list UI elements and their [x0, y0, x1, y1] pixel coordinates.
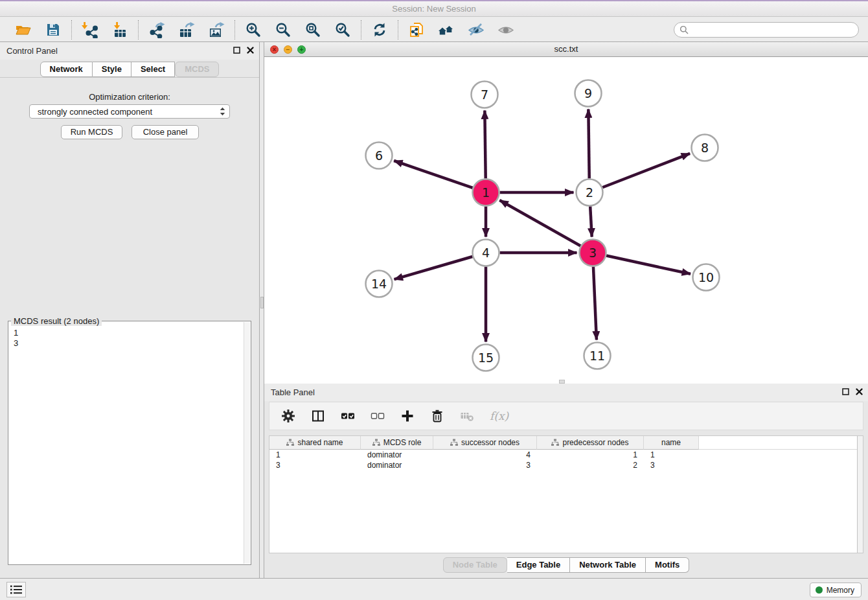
export-table-icon[interactable] [178, 21, 195, 38]
table-body: 1dominator4113dominator323 [269, 450, 863, 470]
table-cell[interactable]: 1 [269, 450, 361, 460]
graph-edge-1-6[interactable] [394, 161, 473, 188]
close-panel-icon[interactable] [247, 46, 254, 56]
graph-edge-4-14[interactable] [394, 257, 473, 279]
main-toolbar [0, 17, 868, 42]
export-image-icon[interactable] [208, 21, 225, 38]
graph-node-3[interactable]: 3 [580, 240, 606, 266]
graph-node-15[interactable]: 15 [473, 345, 499, 371]
graph-edge-2-9[interactable] [588, 109, 589, 178]
table-cell[interactable]: 3 [644, 460, 699, 470]
table-tab-network-table[interactable]: Network Table [570, 557, 646, 573]
zoom-out-icon[interactable] [275, 21, 291, 38]
control-panel: Control Panel NetworkStyleSelectMCDS Opt… [0, 42, 259, 578]
add-column-icon[interactable] [400, 409, 415, 423]
column-header-name[interactable]: name [644, 436, 699, 450]
table-tab-motifs[interactable]: Motifs [646, 557, 689, 573]
column-header-successor-nodes[interactable]: successor nodes [433, 436, 537, 450]
tab-select[interactable]: Select [131, 62, 175, 77]
open-session-icon[interactable] [15, 21, 32, 38]
table-cell[interactable]: 2 [537, 460, 644, 470]
tab-style[interactable]: Style [93, 62, 131, 77]
splitter-grip[interactable] [260, 297, 264, 308]
optimization-criterion-label: Optimization criterion: [0, 92, 259, 102]
control-panel-header: Control Panel [0, 42, 259, 60]
deselect-all-columns-icon[interactable] [371, 409, 385, 423]
column-header-predecessor-nodes[interactable]: predecessor nodes [537, 436, 644, 450]
table-cell[interactable]: dominator [361, 450, 433, 460]
refresh-view-icon[interactable] [371, 21, 388, 38]
node-label: 10 [698, 270, 714, 284]
zoom-in-icon[interactable] [245, 21, 262, 38]
import-table-icon[interactable] [111, 21, 128, 38]
result-scrollbar[interactable] [244, 322, 250, 564]
optimization-dropdown[interactable]: strongly connected component [29, 104, 230, 119]
export-network-icon[interactable] [148, 21, 165, 38]
graph-node-8[interactable]: 8 [692, 135, 718, 161]
node-label: 4 [482, 246, 490, 260]
graph-edge-3-10[interactable] [606, 256, 691, 274]
graph-node-11[interactable]: 11 [584, 343, 611, 369]
graph-node-7[interactable]: 7 [472, 82, 498, 108]
new-network-from-selection-icon[interactable] [408, 21, 425, 38]
graph-node-14[interactable]: 14 [366, 271, 393, 297]
show-all-icon[interactable] [497, 21, 514, 38]
save-session-icon[interactable] [45, 21, 62, 38]
tab-network[interactable]: Network [40, 62, 93, 77]
graph-node-4[interactable]: 4 [473, 240, 499, 266]
network-canvas[interactable]: 7968124314101511 [264, 57, 868, 384]
minimize-window-button[interactable]: − [284, 45, 292, 54]
mcds-result-title: MCDS result (2 nodes) [11, 316, 102, 326]
search-input[interactable] [689, 25, 858, 35]
split-view-icon[interactable] [311, 409, 325, 423]
run-mcds-button[interactable]: Run MCDS [61, 125, 122, 139]
table-cell[interactable]: dominator [361, 460, 433, 470]
close-panel-icon[interactable] [856, 387, 863, 397]
node-label: 15 [478, 351, 494, 365]
float-panel-icon[interactable] [842, 387, 849, 397]
select-all-columns-icon[interactable] [341, 409, 355, 423]
graph-edge-3-11[interactable] [593, 266, 597, 340]
delete-table-icon [460, 409, 474, 423]
delete-column-icon[interactable] [430, 409, 444, 423]
graph-edge-2-8[interactable] [602, 154, 690, 187]
table-row: 3dominator323 [269, 460, 863, 470]
tab-mcds[interactable]: MCDS [175, 62, 219, 77]
column-header-shared-name[interactable]: shared name [269, 436, 361, 450]
zoom-fit-icon[interactable] [304, 21, 321, 38]
graph-node-10[interactable]: 10 [693, 264, 720, 291]
task-history-button[interactable] [6, 582, 26, 597]
zoom-selected-icon[interactable] [334, 21, 351, 38]
float-panel-icon[interactable] [233, 46, 240, 56]
graph-edge-2-3[interactable] [590, 206, 592, 237]
table-tabs: Node TableEdge TableNetwork TableMotifs [264, 557, 868, 573]
graph-node-1[interactable]: 1 [473, 179, 499, 206]
import-network-icon[interactable] [82, 21, 98, 38]
result-line: 1 [14, 328, 251, 338]
table-tab-edge-table[interactable]: Edge Table [507, 557, 570, 573]
table-cell[interactable]: 4 [433, 450, 537, 460]
hide-selected-icon[interactable] [468, 21, 485, 38]
table-cell[interactable]: 1 [537, 450, 644, 460]
table-cell[interactable]: 3 [269, 460, 361, 470]
graph-node-9[interactable]: 9 [575, 80, 602, 107]
graph-edge-3-1[interactable] [499, 200, 580, 246]
table-tab-node-table[interactable]: Node Table [443, 557, 507, 573]
first-neighbors-icon[interactable] [438, 21, 455, 38]
column-header-MCDS-role[interactable]: MCDS role [361, 436, 433, 450]
close-window-button[interactable]: × [270, 45, 279, 54]
vertical-splitter[interactable] [259, 42, 264, 578]
settings-gear-icon[interactable] [281, 409, 295, 423]
graph-edge-1-7[interactable] [485, 110, 485, 178]
table-cell[interactable]: 1 [644, 450, 699, 460]
node-label: 6 [375, 148, 383, 163]
graph-node-6[interactable]: 6 [366, 143, 393, 169]
maximize-window-button[interactable]: + [297, 45, 306, 54]
table-scrollbar[interactable] [857, 436, 863, 553]
memory-button[interactable]: Memory [810, 583, 862, 597]
table-cell[interactable]: 3 [433, 460, 537, 470]
graph-node-2[interactable]: 2 [577, 179, 603, 206]
table-header-row: shared nameMCDS rolesuccessor nodesprede… [269, 436, 863, 450]
search-box[interactable] [674, 22, 859, 38]
close-panel-button[interactable]: Close panel [131, 125, 199, 139]
